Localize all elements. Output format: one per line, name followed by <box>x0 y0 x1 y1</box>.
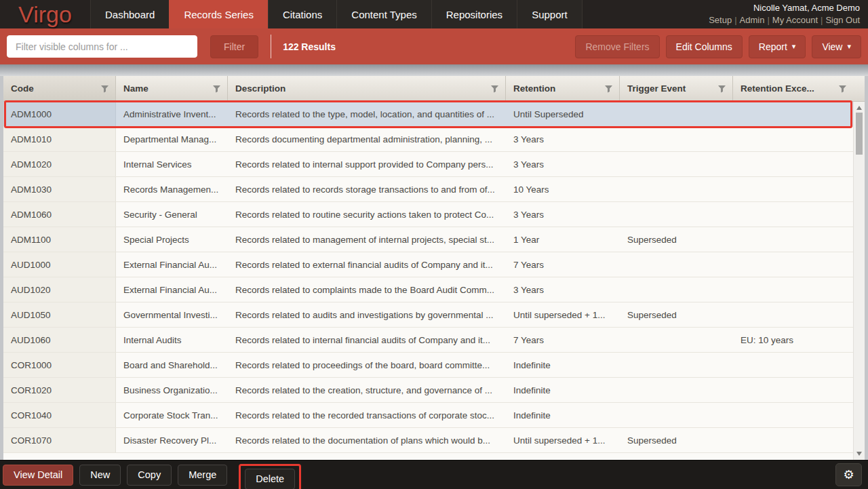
tab-repositories[interactable]: Repositories <box>431 0 517 28</box>
new-button[interactable]: New <box>79 465 121 486</box>
scrollbar-thumb[interactable] <box>856 113 863 155</box>
table-row-ADM1000[interactable]: ADM1000Administrative Invent...Records r… <box>3 102 853 127</box>
column-label: Description <box>235 83 285 94</box>
remove-filters-button[interactable]: Remove Filters <box>575 35 659 58</box>
tab-support[interactable]: Support <box>517 0 583 28</box>
tab-dashboard[interactable]: Dashboard <box>90 0 169 28</box>
cell-desc: Records related to the recorded transact… <box>228 403 506 427</box>
user-links: Setup|Admin|My Account|Sign Out <box>709 14 860 26</box>
cell-name: Internal Audits <box>116 328 228 352</box>
cell-desc: Records related to the documentation of … <box>228 428 506 452</box>
grid-body: ADM1000Administrative Invent...Records r… <box>3 102 853 453</box>
cell-code: AUD1050 <box>3 302 116 327</box>
table-row-COR1040[interactable]: COR1040Corporate Stock Tran...Records re… <box>3 403 853 428</box>
filter-funnel-icon[interactable] <box>604 85 613 93</box>
link-separator: | <box>764 15 772 25</box>
user-name: Nicolle Yamat, Acme Demo <box>709 2 860 14</box>
view-detail-button[interactable]: View Detail <box>3 465 73 486</box>
tab-content-types[interactable]: Content Types <box>336 0 431 28</box>
cell-code: ADM1020 <box>3 152 116 176</box>
filter-funnel-icon[interactable] <box>100 85 109 93</box>
column-header-name[interactable]: Name <box>116 76 228 101</box>
filter-toolbar: Filter 122 Results Remove Filters Edit C… <box>0 28 868 64</box>
cell-trig <box>620 353 733 377</box>
cell-ret: Indefinite <box>506 378 620 402</box>
table-row-AUD1060[interactable]: AUD1060Internal AuditsRecords related to… <box>3 328 853 353</box>
nav-tabs: DashboardRecords SeriesCitationsContent … <box>90 0 583 28</box>
table-row-ADM1060[interactable]: ADM1060Security - GeneralRecords related… <box>3 202 853 227</box>
results-count: 122 Results <box>283 41 336 52</box>
cell-desc: Records related to proceedings of the bo… <box>228 353 506 377</box>
copy-button[interactable]: Copy <box>127 465 172 486</box>
user-link-my-account[interactable]: My Account <box>772 15 818 25</box>
toolbar-shadow <box>0 64 868 76</box>
table-row-AUD1050[interactable]: AUD1050Governmental Investi...Records re… <box>3 302 853 328</box>
cell-exc <box>733 102 853 126</box>
cell-exc <box>733 403 853 427</box>
cell-code: COR1000 <box>3 353 116 377</box>
toolbar-divider <box>271 35 271 58</box>
cell-name: Disaster Recovery Pl... <box>116 428 228 452</box>
table-row-AUD1000[interactable]: AUD1000External Financial Au...Records r… <box>3 252 853 277</box>
column-header-desc[interactable]: Description <box>228 76 506 101</box>
column-header-exc[interactable]: Retention Exce... <box>733 76 865 101</box>
cell-ret: 7 Years <box>506 252 620 277</box>
filter-funnel-icon[interactable] <box>717 85 726 93</box>
vertical-scrollbar[interactable] <box>853 102 865 460</box>
cell-trig <box>620 202 733 227</box>
toolbar-right-buttons: Remove Filters Edit Columns Report ▾ Vie… <box>575 35 861 58</box>
table-row-COR1000[interactable]: COR1000Board and Sharehold...Records rel… <box>3 353 853 378</box>
cell-code: AUD1060 <box>3 328 116 352</box>
table-row-COR1020[interactable]: COR1020Business Organizatio...Records re… <box>3 378 853 403</box>
cell-desc: Records related to routine security acti… <box>228 202 506 227</box>
caret-down-icon: ▾ <box>847 43 851 50</box>
settings-gear-button[interactable]: ⚙ <box>835 463 862 486</box>
edit-columns-button[interactable]: Edit Columns <box>666 35 743 58</box>
cell-trig <box>620 177 733 201</box>
column-header-ret[interactable]: Retention <box>506 76 620 101</box>
virgo-logo: Virgo <box>18 3 72 26</box>
cell-code: AUD1020 <box>3 277 116 302</box>
cell-exc <box>733 428 853 452</box>
tab-citations[interactable]: Citations <box>268 0 336 28</box>
filter-funnel-icon[interactable] <box>490 85 499 93</box>
table-row-ADM1010[interactable]: ADM1010Departmental Manag...Records docu… <box>3 127 853 152</box>
cell-name: Departmental Manag... <box>116 127 228 151</box>
cell-code: COR1020 <box>3 378 116 402</box>
cell-name: Security - General <box>116 202 228 227</box>
tab-records-series[interactable]: Records Series <box>169 0 268 28</box>
cell-ret: 10 Years <box>506 177 620 201</box>
report-dropdown-button[interactable]: Report ▾ <box>749 35 806 58</box>
filter-button[interactable]: Filter <box>210 35 258 58</box>
filter-input[interactable] <box>7 35 197 58</box>
records-series-grid: CodeNameDescriptionRetentionTrigger Even… <box>3 76 865 460</box>
cell-desc: Records documenting departmental adminis… <box>228 127 506 151</box>
cell-exc <box>733 177 853 201</box>
cell-ret: 3 Years <box>506 127 620 151</box>
cell-desc: Records related to the type, model, loca… <box>228 102 506 126</box>
table-row-AUD1020[interactable]: AUD1020External Financial Au...Records r… <box>3 277 853 302</box>
table-row-ADM1100[interactable]: ADM1100Special ProjectsRecords related t… <box>3 227 853 252</box>
cell-desc: Records related to internal financial au… <box>228 328 506 352</box>
user-link-sign-out[interactable]: Sign Out <box>825 15 860 25</box>
scroll-down-icon[interactable] <box>854 449 865 458</box>
cell-trig <box>620 277 733 302</box>
cell-exc <box>733 252 853 277</box>
scroll-up-icon[interactable] <box>854 103 865 113</box>
table-row-ADM1030[interactable]: ADM1030Records Managemen...Records relat… <box>3 177 853 202</box>
user-link-setup[interactable]: Setup <box>709 15 732 25</box>
cell-code: COR1070 <box>3 428 116 452</box>
merge-button[interactable]: Merge <box>178 465 227 486</box>
cell-name: Administrative Invent... <box>116 102 228 126</box>
filter-funnel-icon[interactable] <box>212 85 221 93</box>
column-header-code[interactable]: Code <box>3 76 116 101</box>
column-header-trig[interactable]: Trigger Event <box>620 76 733 101</box>
table-row-ADM1020[interactable]: ADM1020Internal ServicesRecords related … <box>3 152 853 177</box>
view-dropdown-button[interactable]: View ▾ <box>812 35 861 58</box>
cell-name: External Financial Au... <box>116 252 228 277</box>
table-row-COR1070[interactable]: COR1070Disaster Recovery Pl...Records re… <box>3 428 853 453</box>
filter-funnel-icon[interactable] <box>838 85 847 93</box>
delete-button[interactable]: Delete <box>245 469 295 489</box>
cell-name: Corporate Stock Tran... <box>116 403 228 427</box>
user-link-admin[interactable]: Admin <box>740 15 765 25</box>
